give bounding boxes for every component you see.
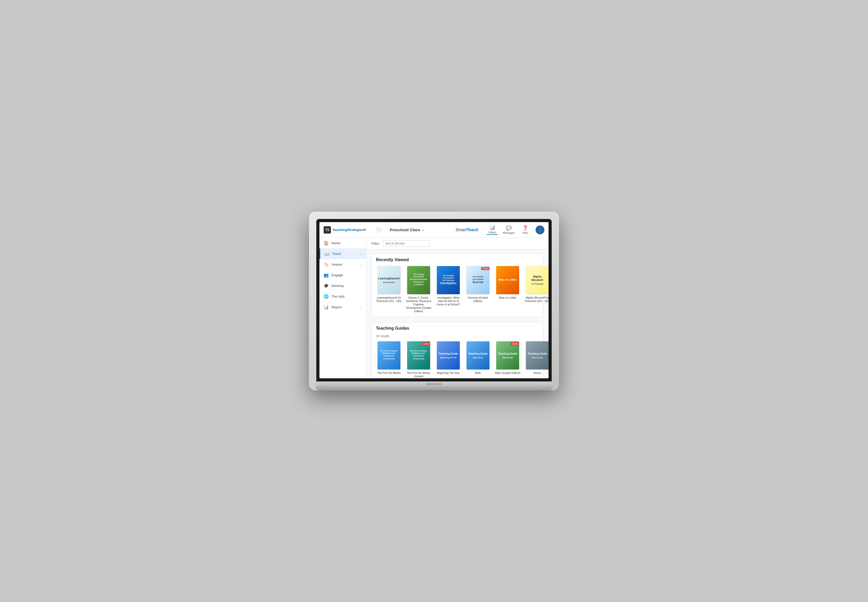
laptop-frame: TS TeachingStrategies® ‹ Preschool Class… [309,212,559,390]
sidebar-item-report[interactable]: 📊 Report ⌄ [319,302,366,312]
sidebar-item-teach[interactable]: 📖 Teach ⌄ [319,249,366,259]
sidebar-item-the-hub[interactable]: 🌐 The Hub [319,291,366,302]
book-cover-first-six-guided: Guided The First Six Weeks Building Your… [407,341,430,370]
book-cover-first-six: The First Six Weeks Building Your Classr… [377,341,401,370]
laptop-bottom [316,381,552,387]
book-volume3[interactable]: The Creative Curriculum® Social-Emotiona… [406,266,432,313]
screen: TS TeachingStrategies® ‹ Preschool Class… [319,222,549,378]
logo-brand2: Strategies [347,228,363,232]
library-label: Library [488,231,497,234]
book-inner-learning-games: LearningGames® for Preschool [377,275,401,285]
book-title-volume3: Volume 3: Social–Emotional, Physical & C… [406,296,432,313]
book-inner-boxes: Teaching Guide Boxes Study [526,350,549,360]
filter-input[interactable] [383,240,429,247]
book-investigation[interactable]: The Creative Curriculum® for Preschool I… [435,266,461,313]
class-selector[interactable]: Preschool Class ⌄ [390,227,424,232]
sidebar-assess-label: Assess [331,263,357,266]
report-chevron-icon: ⌄ [360,306,362,309]
recently-viewed-grid: LearningGames® for Preschool LearningGam… [376,266,539,313]
book-boxes[interactable]: Teaching Guide Boxes Study Boxes [524,341,549,378]
home-icon: 🏠 [324,241,329,246]
assess-chevron-icon: ⌄ [360,263,362,266]
collapse-icon: ‹ [378,228,379,231]
hub-icon: 🌐 [324,294,329,299]
guided-badge-exercise: Guided [481,267,489,270]
book-title-first-six-guided: The First Six Weeks (Guided [406,371,432,378]
book-inner-exercise: The Creative Curriculum® Exercise [466,274,489,286]
book-first-six-weeks[interactable]: The First Six Weeks Building Your Classr… [376,341,402,378]
trackpad-notch [426,383,442,385]
screen-bezel: TS TeachingStrategies® ‹ Preschool Class… [316,219,552,381]
teaching-guides-grid: The First Six Weeks Building Your Classr… [376,341,539,378]
sidebar-engage-label: Engage [331,273,362,277]
teach-icon: 📖 [324,251,330,256]
report-icon: 📊 [324,305,329,310]
sidebar-item-home[interactable]: 🏠 Home [319,238,366,249]
book-inner-first-six: The First Six Weeks Building Your Classr… [377,348,400,363]
book-inner-beginning: Teaching Guide Beginning the Year [437,350,460,360]
book-first-six-guided[interactable]: Guided The First Six Weeks Building Your… [406,341,432,378]
messages-icon: 💬 [506,225,512,231]
book-title-bear: Bear on a Bike [499,296,516,299]
recently-viewed-title: Recently Viewed [376,258,539,262]
assess-icon: 🏷️ [324,262,329,267]
guided-badge-first-six: Guided [422,342,430,345]
library-icon: 📊 [489,225,495,230]
logo-brand: Teaching [333,228,347,232]
book-cover-beginning: Teaching Guide Beginning the Year [437,341,460,370]
book-title-exercise: Exercise (Guided Edition) [465,296,491,303]
book-title-balls: Balls [475,371,481,375]
results-count: 32 results [376,334,539,338]
book-balls-guided[interactable]: Guided Teaching Guide Balls Study Balls … [495,341,521,378]
book-cover-balls-guided: Guided Teaching Guide Balls Study [496,341,519,370]
book-cover-investigation: The Creative Curriculum® for Preschool I… [437,266,460,295]
book-beginning-year[interactable]: Teaching Guide Beginning the Year Beginn… [435,341,461,378]
book-balls[interactable]: Teaching Guide Balls Study Balls [465,341,491,378]
book-title-boxes: Boxes [534,371,541,375]
messages-label: Messages [503,232,515,234]
book-cover-mighty: Mighty Minutes® for Preschool [526,266,549,295]
logo-area: TS TeachingStrategies® [324,226,371,233]
nav-icons: 📊 Library 💬 Messages ❓ Help 👤 [486,225,544,235]
sidebar: 🏠 Home 📖 Teach ⌄ 🏷️ Assess ⌄ 👥 [319,238,366,378]
sidebar-item-develop[interactable]: 🎓 Develop [319,280,366,291]
book-cover-boxes: Teaching Guide Boxes Study [526,341,549,370]
book-inner-mighty: Mighty Minutes® for Preschool [526,273,549,287]
book-inner-volume3: The Creative Curriculum® Social-Emotiona… [407,272,430,289]
collapse-button[interactable]: ‹ [376,227,382,233]
book-inner-balls-guided: Teaching Guide Balls Study [497,350,519,360]
book-bear[interactable]: Bear on a Bike Bear on a Bike [495,266,521,313]
recently-viewed-section: Recently Viewed LearningGames® for Presc… [371,253,543,317]
top-bar: TS TeachingStrategies® ‹ Preschool Class… [319,222,549,238]
teach-chevron-icon: ⌄ [360,252,362,255]
book-inner-bear: Bear on a Bike [497,276,518,284]
filter-label: Filter: [371,242,380,246]
book-cover-bear: Bear on a Bike [496,266,519,295]
user-avatar[interactable]: 👤 [535,226,544,234]
book-cover-learning-games: LearningGames® for Preschool [377,266,401,295]
book-title-beginning: Beginning The Year [437,371,460,375]
sidebar-item-assess[interactable]: 🏷️ Assess ⌄ [319,259,366,270]
book-title-first-six: The First Six Weeks [377,371,400,375]
book-title-mighty: Mighty Minutes® for Preschool (201 - 300… [524,296,549,303]
library-nav-item[interactable]: 📊 Library [486,225,498,235]
class-name: Preschool Class [390,227,420,232]
book-exercise[interactable]: Guided The Creative Curriculum® Exercise… [465,266,491,313]
book-cover-exercise: Guided The Creative Curriculum® Exercise [466,266,490,295]
laptop-base [315,387,553,390]
sidebar-item-engage[interactable]: 👥 Engage [319,270,366,280]
help-icon: ❓ [522,225,528,231]
book-cover-volume3: The Creative Curriculum® Social-Emotiona… [407,266,430,295]
book-learning-games[interactable]: LearningGames® for Preschool LearningGam… [376,266,402,313]
logo-text: TeachingStrategies® [333,228,366,232]
book-inner-first-six-guided: The First Six Weeks Building Your Classr… [407,348,430,363]
teach-text: Teach [466,227,478,232]
teaching-guides-title: Teaching Guides [376,326,539,331]
sidebar-hub-label: The Hub [331,295,362,298]
smart-teach-logo: SmartTeach [455,227,478,232]
logo-icon: TS [324,226,331,233]
messages-nav-item[interactable]: 💬 Messages [503,225,515,234]
book-inner-balls: Teaching Guide Balls Study [467,350,489,360]
book-mighty[interactable]: Mighty Minutes® for Preschool Mighty Min… [524,266,549,313]
help-nav-item[interactable]: ❓ Help [519,225,531,234]
